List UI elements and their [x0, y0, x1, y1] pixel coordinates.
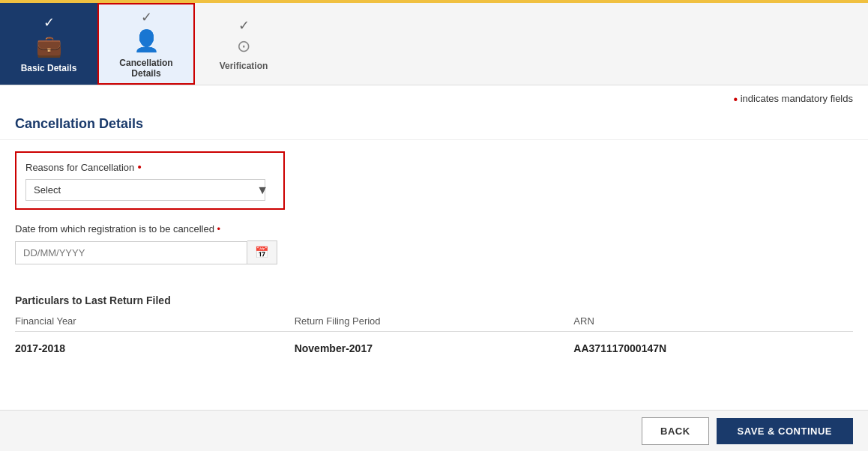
mandatory-text: indicates mandatory fields [741, 93, 853, 104]
back-button[interactable]: BACK [642, 417, 709, 445]
main-content: • indicates mandatory fields Cancellatio… [0, 85, 868, 410]
col-financial-year: Financial Year [15, 315, 295, 327]
cell-return-filing: November-2017 [295, 342, 574, 354]
particulars-section: Particulars to Last Return Filed Financi… [0, 287, 868, 370]
save-continue-button[interactable]: SAVE & CONTINUE [717, 418, 853, 444]
table-header: Financial Year Return Filing Period ARN [15, 315, 853, 332]
step-label: Cancellation Details [110, 58, 182, 79]
step-checkmark: ✓ [238, 17, 250, 34]
particulars-title: Particulars to Last Return Filed [15, 294, 853, 306]
date-input[interactable] [15, 241, 247, 264]
reasons-select[interactable]: Select [25, 179, 265, 201]
cell-arn: AA371117000147N [573, 342, 853, 354]
reasons-select-wrapper: Select ▼ [25, 179, 274, 201]
reasons-field-group: Reasons for Cancellation • Select ▼ [15, 151, 285, 210]
section-title: Cancellation Details [0, 110, 868, 140]
mandatory-note: • indicates mandatory fields [0, 85, 868, 110]
reasons-label: Reasons for Cancellation • [25, 160, 274, 173]
calendar-icon[interactable]: 📅 [247, 240, 277, 264]
required-indicator: • [134, 160, 141, 173]
table-row: 2017-2018 November-2017 AA371117000147N [15, 338, 853, 359]
step-cancellation-details[interactable]: ✓ 👤 Cancellation Details [97, 3, 195, 85]
step-checkmark: ✓ [43, 14, 55, 31]
step-checkmark: ✓ [141, 9, 152, 25]
date-label: Date from which registration is to be ca… [15, 223, 853, 234]
required-indicator: • [214, 223, 220, 234]
verify-icon: ⊙ [237, 37, 250, 56]
step-verification[interactable]: ✓ ⊙ Verification [195, 3, 292, 85]
cell-financial-year: 2017-2018 [15, 342, 295, 354]
mandatory-dot: • [733, 93, 738, 106]
step-navigation: ✓ 💼 Basic Details ✓ 👤 Cancellation Detai… [0, 3, 868, 85]
step-label: Basic Details [21, 63, 77, 73]
date-group: Date from which registration is to be ca… [15, 223, 853, 264]
person-icon: 👤 [133, 28, 160, 53]
form-section: Reasons for Cancellation • Select ▼ Date… [0, 140, 868, 287]
footer: BACK SAVE & CONTINUE [0, 410, 868, 451]
col-return-filing: Return Filing Period [295, 315, 574, 327]
step-label: Verification [220, 61, 268, 71]
step-basic-details[interactable]: ✓ 💼 Basic Details [0, 3, 97, 85]
col-arn: ARN [573, 315, 853, 327]
date-input-wrapper: 📅 [15, 240, 853, 264]
briefcase-icon: 💼 [36, 34, 62, 58]
